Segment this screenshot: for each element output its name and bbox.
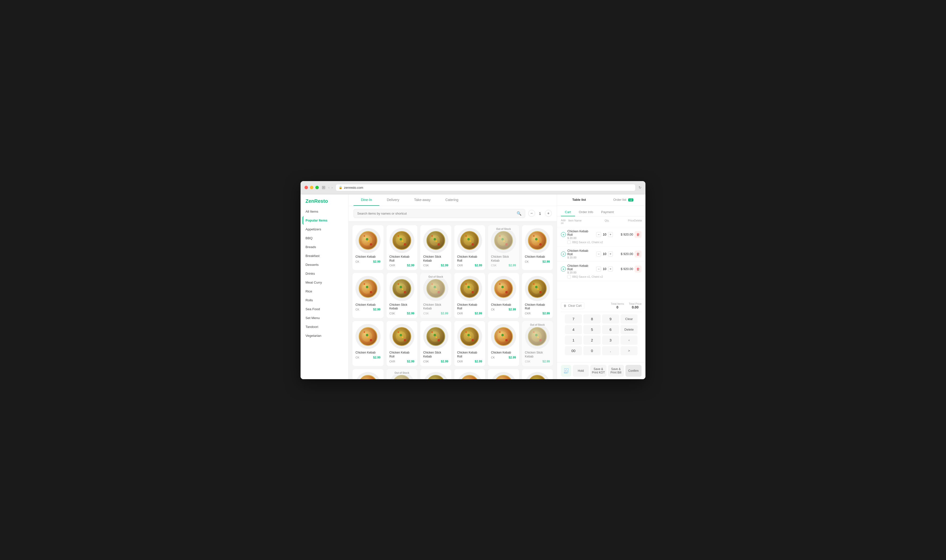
clear-cart-button[interactable]: 🗑 Clear Cart	[561, 302, 585, 309]
item-card-16[interactable]: Chicken Kebab RollCKR$2.99	[454, 321, 485, 366]
sidebar-item-all-items[interactable]: All Items	[303, 207, 346, 216]
item-card-1[interactable]: Chicken KebabCK$2.99	[352, 225, 384, 270]
item-price-8: $2.99	[407, 312, 414, 315]
item-card-15[interactable]: Chicken Stick KebabCSK$2.99	[420, 321, 451, 366]
search-input-wrap[interactable]: 🔍	[354, 209, 525, 218]
sidebar-item-popular-items[interactable]: Popular Items	[303, 216, 346, 225]
sidebar-item-bbq[interactable]: BBQ	[303, 234, 346, 242]
payment-tab[interactable]: Payment	[597, 208, 618, 216]
tab-take-away[interactable]: Take-away	[407, 194, 438, 206]
sidebar-item-breads[interactable]: Breads	[303, 243, 346, 251]
item-card-6[interactable]: Chicken KebabCK$2.99	[522, 225, 553, 270]
numpad-btn-_[interactable]: >	[621, 346, 638, 355]
item-card-24[interactable]: Chicken KebabCK$2.99	[522, 369, 553, 379]
numpad-btn-5[interactable]: 5	[583, 325, 600, 334]
item-card-18[interactable]: Out of StockChicken Stick KebabCSK$2.99	[522, 321, 553, 366]
close-button[interactable]	[305, 186, 308, 189]
search-input[interactable]	[357, 212, 515, 215]
sidebar-item-breakfast[interactable]: Breakfast	[303, 252, 346, 260]
order-list-tab[interactable]: Order list 12	[601, 194, 646, 206]
reload-icon[interactable]: ↻	[638, 186, 641, 189]
forward-icon[interactable]: ›	[332, 186, 333, 189]
numpad-btn-0[interactable]: 0	[583, 346, 600, 355]
address-bar[interactable]: 🔒 zenresto.com	[335, 184, 635, 191]
cart-qty-increase-1[interactable]: +	[608, 252, 613, 257]
numpad-btn-6[interactable]: 6	[602, 325, 619, 334]
item-card-19[interactable]: Chicken KebabCK$2.99	[352, 369, 384, 379]
item-card-14[interactable]: Chicken Kebab RollCKR$2.99	[386, 321, 418, 366]
cart-qty-decrease-1[interactable]: −	[596, 252, 601, 257]
cart-qty-decrease-2[interactable]: −	[596, 266, 601, 271]
numpad-btn-3[interactable]: 3	[602, 335, 619, 345]
sidebar-item-tandoori[interactable]: Tandoori	[303, 323, 346, 331]
cart-item-add-button-0[interactable]: +	[561, 232, 566, 237]
order-info-tab[interactable]: Order Info	[575, 208, 597, 216]
item-card-22[interactable]: Chicken KebabCK$2.99	[454, 369, 485, 379]
tab-dine-in[interactable]: Dine-In	[354, 194, 379, 206]
sidebar-item-rolls[interactable]: Rolls	[303, 296, 346, 305]
item-card-3[interactable]: Chicken Stick KebabCSK$2.99	[420, 225, 451, 270]
numpad-btn-4[interactable]: 4	[565, 325, 582, 334]
sidebar-toggle-icon[interactable]: ⊞	[322, 185, 325, 190]
cart-item-delete-button-1[interactable]: 🗑	[635, 251, 641, 257]
cart-item-delete-button-2[interactable]: 🗑	[635, 266, 641, 272]
tab-catering[interactable]: Catering	[438, 194, 466, 206]
table-list-tab[interactable]: Table list	[557, 194, 601, 206]
item-card-5[interactable]: Out of StockChicken Stick KebabCSK$2.99	[488, 225, 519, 270]
sidebar-item-set-menu[interactable]: Set Menu	[303, 314, 346, 322]
cart-item-add-button-2[interactable]: +	[561, 266, 566, 271]
numpad-btn-_[interactable]: ‹	[621, 335, 638, 345]
item-image-17	[491, 324, 516, 349]
item-card-10[interactable]: Chicken Kebab RollCKR$2.99	[454, 273, 485, 318]
cart-item-unit-price-0: $ 20.00	[568, 237, 593, 240]
item-card-20[interactable]: Out of StockChicken StickCS$2.99	[386, 369, 418, 379]
item-card-7[interactable]: Chicken KebabCK$2.99	[352, 273, 384, 318]
sidebar-item-desserts[interactable]: Desserts	[303, 260, 346, 269]
item-card-17[interactable]: Chicken KebabCK$2.99	[488, 321, 519, 366]
save-print-bill-button[interactable]: Save & Print Bill	[608, 365, 624, 377]
maximize-button[interactable]	[315, 186, 319, 189]
sidebar-item-meat-curry[interactable]: Meat Curry	[303, 278, 346, 287]
addon-checkbox-2[interactable]	[568, 275, 571, 278]
sidebar-item-rice[interactable]: Rice	[303, 287, 346, 295]
tab-delivery[interactable]: Delivery	[379, 194, 407, 206]
item-card-4[interactable]: Chicken Kebab RollCKR$2.99	[454, 225, 485, 270]
cart-item-add-button-1[interactable]: +	[561, 252, 566, 257]
item-card-13[interactable]: Chicken KebabCK$2.99	[352, 321, 384, 366]
item-card-21[interactable]: Chicken StickCS$2.99	[420, 369, 451, 379]
cart-qty-decrease-0[interactable]: −	[596, 232, 601, 237]
item-card-12[interactable]: Chicken Kebab RollCKR$2.99	[522, 273, 553, 318]
cart-qty-increase-2[interactable]: +	[608, 266, 613, 271]
numpad-btn-00[interactable]: 00	[565, 346, 582, 355]
sidebar-item-vegetarian[interactable]: Vegetarian	[303, 331, 346, 340]
qty-decrease-button[interactable]: −	[528, 210, 535, 217]
item-card-11[interactable]: Chicken KebabCK$2.99	[488, 273, 519, 318]
cart-item-delete-button-0[interactable]: 🗑	[635, 231, 641, 238]
sidebar-item-appetizers[interactable]: Appetizers	[303, 225, 346, 234]
numpad-btn-9[interactable]: 9	[602, 314, 619, 323]
numpad-btn-8[interactable]: 8	[583, 314, 600, 323]
numpad-btn-7[interactable]: 7	[565, 314, 582, 323]
cart-tab[interactable]: Cart	[561, 208, 575, 216]
sidebar-item-drinks[interactable]: Drinks	[303, 269, 346, 278]
minimize-button[interactable]	[310, 186, 313, 189]
save-print-kot-button[interactable]: Save & Print KOT	[590, 365, 606, 377]
hold-button[interactable]: Hold	[573, 365, 589, 377]
item-card-23[interactable]: Chicken KebabCK$2.99	[488, 369, 519, 379]
item-card-9[interactable]: Out of StockChicken Stick KebabCSK$2.99	[420, 273, 451, 318]
addon-checkbox-0[interactable]	[568, 240, 571, 244]
qty-increase-button[interactable]: +	[545, 210, 552, 217]
numpad-btn-Delete[interactable]: Delete	[621, 325, 638, 334]
total-price-label: Total Price	[629, 302, 641, 305]
numpad-btn-Clear[interactable]: Clear	[621, 314, 638, 323]
item-card-8[interactable]: Chicken Stick KebabCSK$2.99	[386, 273, 418, 318]
cart-icon-button[interactable]: 🧾	[561, 365, 571, 377]
item-card-2[interactable]: Chicken Kebab RollCKR$2.99	[386, 225, 418, 270]
numpad-btn-_[interactable]: .	[602, 346, 619, 355]
back-icon[interactable]: ‹	[328, 186, 330, 189]
cart-qty-increase-0[interactable]: +	[608, 232, 613, 237]
confirm-button[interactable]: Confirm	[626, 365, 641, 377]
numpad-btn-2[interactable]: 2	[583, 335, 600, 345]
sidebar-item-sea-food[interactable]: Sea Food	[303, 305, 346, 313]
numpad-btn-1[interactable]: 1	[565, 335, 582, 345]
